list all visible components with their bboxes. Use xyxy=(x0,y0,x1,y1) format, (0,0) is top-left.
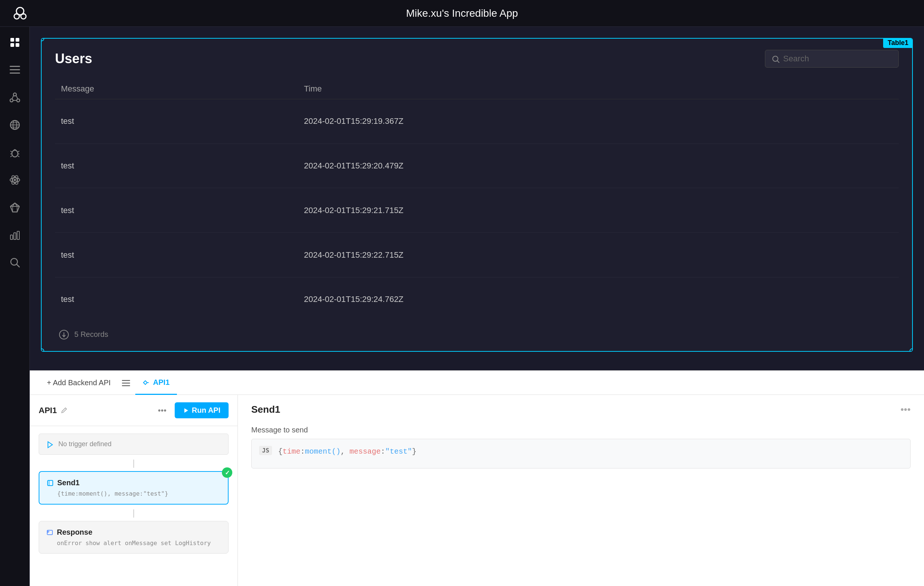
svg-rect-51 xyxy=(122,383,130,384)
send-block-name: Send1 xyxy=(57,479,79,487)
api-right-pane: Send1 ••• Message to send JS {time:momen… xyxy=(238,395,924,586)
resize-handle-br[interactable] xyxy=(909,348,913,352)
svg-rect-11 xyxy=(10,73,20,74)
table-head: Message Time xyxy=(55,79,899,99)
more-options-button[interactable]: ••• xyxy=(155,404,170,417)
svg-line-24 xyxy=(10,151,12,152)
col-message: Message xyxy=(55,79,298,99)
table-row[interactable]: test2024-02-01T15:29:21.715Z xyxy=(55,188,899,233)
cell-time: 2024-02-01T15:29:19.367Z xyxy=(298,99,899,144)
search-input[interactable] xyxy=(783,54,892,64)
svg-point-23 xyxy=(12,150,18,157)
api-editor-body: API1 ••• xyxy=(30,395,924,586)
code-lang-badge: JS xyxy=(259,446,272,455)
svg-rect-42 xyxy=(14,233,16,239)
response-block-code: onError show alert onMessage set LogHist… xyxy=(46,540,221,546)
send-block[interactable]: ✓ Send1 {time:moment(), me xyxy=(39,471,229,505)
records-count: 5 Records xyxy=(74,330,108,339)
svg-rect-6 xyxy=(16,38,19,42)
col-time: Time xyxy=(298,79,899,99)
api-name-row: API1 xyxy=(39,406,67,415)
data-table: Message Time test2024-02-01T15:29:19.367… xyxy=(55,79,899,321)
svg-point-2 xyxy=(21,14,26,19)
svg-rect-5 xyxy=(10,38,14,42)
table-row[interactable]: test2024-02-01T15:29:24.762Z xyxy=(55,277,899,321)
svg-line-28 xyxy=(10,156,12,157)
svg-line-45 xyxy=(17,264,19,267)
svg-rect-9 xyxy=(10,66,20,67)
run-api-button[interactable]: Run API xyxy=(175,402,229,418)
table-widget: Table1 Users xyxy=(41,38,913,352)
svg-point-12 xyxy=(13,93,16,96)
tab-api1[interactable]: API1 xyxy=(135,371,177,395)
sidebar-item-globe[interactable] xyxy=(7,117,23,133)
send-icon xyxy=(47,479,53,487)
svg-line-25 xyxy=(18,151,19,152)
add-api-button[interactable]: + Add Backend API xyxy=(41,375,117,391)
table-row[interactable]: test2024-02-01T15:29:19.367Z xyxy=(55,99,899,144)
cell-time: 2024-02-01T15:29:20.479Z xyxy=(298,144,899,188)
tab-list-icon[interactable] xyxy=(117,375,135,391)
search-box xyxy=(765,50,899,68)
edit-icon[interactable] xyxy=(61,406,67,414)
table-title: Users xyxy=(55,51,92,66)
cell-message: test xyxy=(55,188,298,233)
sidebar-item-diamond[interactable] xyxy=(7,199,23,216)
send-block-title: Send1 xyxy=(47,479,220,487)
table-body: test2024-02-01T15:29:19.367Ztest2024-02-… xyxy=(55,99,899,322)
code-content: {time:moment(), message:"test"} xyxy=(278,446,416,458)
sidebar-item-search[interactable] xyxy=(7,254,23,271)
svg-rect-7 xyxy=(10,43,14,47)
code-editor[interactable]: JS {time:moment(), message:"test"} xyxy=(251,439,911,469)
main-layout: Table1 Users xyxy=(0,27,924,586)
svg-point-1 xyxy=(14,14,19,19)
right-pane-header: Send1 ••• xyxy=(251,404,911,415)
left-pane-actions: ••• Run API xyxy=(155,402,229,418)
response-block[interactable]: Response onError show alert onMessage se… xyxy=(39,521,229,554)
content-area: Table1 Users xyxy=(30,27,924,586)
svg-line-29 xyxy=(18,156,19,157)
top-panel: Table1 Users xyxy=(30,27,924,370)
table-footer: 5 Records xyxy=(55,321,899,340)
right-pane-more-button[interactable]: ••• xyxy=(901,404,911,415)
svg-point-31 xyxy=(14,179,16,181)
svg-point-13 xyxy=(10,99,13,102)
connector-line-2: | xyxy=(39,508,229,517)
bottom-panel: + Add Backend API xyxy=(30,370,924,586)
sidebar-item-atom[interactable] xyxy=(7,172,23,188)
table-label: Table1 xyxy=(883,38,913,48)
sidebar-item-nodes[interactable] xyxy=(7,89,23,106)
cell-time: 2024-02-01T15:29:22.715Z xyxy=(298,233,899,277)
sidebar-item-chart[interactable] xyxy=(7,227,23,243)
cell-time: 2024-02-01T15:29:24.762Z xyxy=(298,277,899,321)
table-inner: Users xyxy=(41,39,912,351)
connector-line: | xyxy=(39,459,229,467)
response-icon xyxy=(46,528,53,536)
run-api-label: Run API xyxy=(192,406,220,414)
response-block-name: Response xyxy=(57,528,92,536)
svg-rect-41 xyxy=(10,235,13,239)
table-header-row: Users xyxy=(55,50,899,68)
sidebar-item-menu[interactable] xyxy=(7,62,23,78)
send-block-code: {time:moment(), message:"test"} xyxy=(47,490,220,497)
svg-marker-55 xyxy=(48,442,53,448)
api-name: API1 xyxy=(39,406,57,415)
sidebar xyxy=(0,27,30,586)
app-logo[interactable] xyxy=(11,5,29,22)
sidebar-item-grid[interactable] xyxy=(7,34,23,51)
table-header-cols: Message Time xyxy=(55,79,899,99)
cell-message: test xyxy=(55,99,298,144)
trigger-block[interactable]: No trigger defined xyxy=(39,434,229,455)
sidebar-item-bug[interactable] xyxy=(7,144,23,161)
top-bar: Mike.xu's Incredible App xyxy=(0,0,924,27)
table-row[interactable]: test2024-02-01T15:29:22.715Z xyxy=(55,233,899,277)
svg-rect-50 xyxy=(122,380,130,381)
table-row[interactable]: test2024-02-01T15:29:20.479Z xyxy=(55,144,899,188)
svg-rect-10 xyxy=(10,69,20,70)
svg-line-16 xyxy=(16,96,18,99)
svg-marker-54 xyxy=(184,408,188,413)
download-icon[interactable] xyxy=(59,329,69,340)
success-badge: ✓ xyxy=(222,467,232,478)
cell-time: 2024-02-01T15:29:21.715Z xyxy=(298,188,899,233)
response-block-title: Response xyxy=(46,528,221,536)
